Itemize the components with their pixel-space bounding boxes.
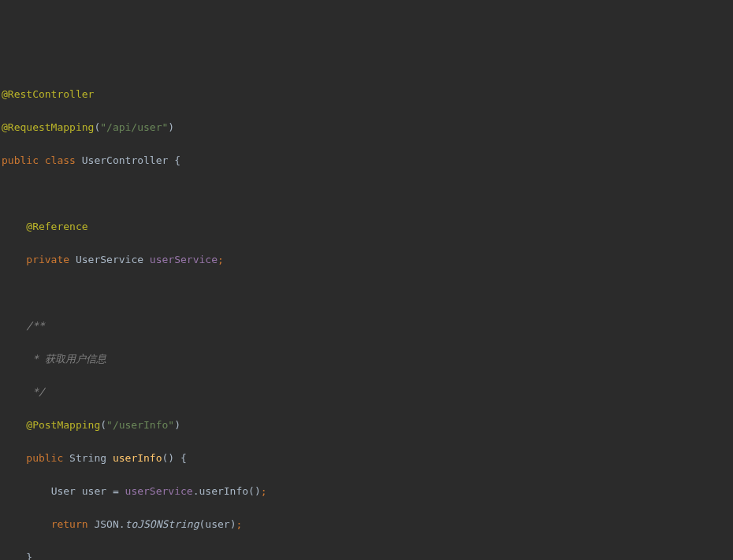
paren: ) [168, 121, 174, 133]
code-line[interactable]: private UserService userService; [0, 251, 733, 268]
comment: * 获取用户信息 [26, 353, 106, 365]
paren: ) [174, 419, 180, 431]
brace: } [26, 551, 32, 560]
code-line[interactable]: public class UserController { [0, 152, 733, 169]
annotation: @RequestMapping [2, 121, 94, 133]
type: UserService [76, 254, 143, 265]
brace: { [174, 154, 180, 166]
dot: . [119, 518, 125, 530]
class-name: UserController [82, 154, 169, 166]
code-line[interactable]: @RestController [0, 86, 733, 102]
code-line[interactable]: User user = userService.userInfo(); [0, 483, 733, 499]
semicolon: ; [236, 518, 242, 530]
method-name: userInfo [113, 452, 162, 464]
annotation: @Reference [26, 221, 87, 232]
keyword: public [26, 452, 63, 464]
code-line[interactable]: * 获取用户信息 [0, 350, 733, 367]
paren: () [248, 485, 261, 497]
type: User [51, 485, 76, 497]
method-call: userInfo [199, 485, 248, 497]
code-line[interactable]: } [0, 549, 733, 560]
code-line[interactable]: @PostMapping("/userInfo") [0, 417, 733, 433]
field-name: userService [150, 254, 218, 265]
semicolon: ; [218, 254, 224, 265]
annotation: @RestController [2, 88, 94, 100]
field-ref: userService [125, 485, 193, 497]
annotation: @PostMapping [26, 419, 100, 431]
paren: () [162, 452, 175, 464]
string-literal: "/api/user" [100, 121, 168, 133]
string-literal: "/userInfo" [106, 419, 174, 431]
static-method: toJSONString [125, 518, 199, 530]
semicolon: ; [261, 485, 267, 497]
argument: user [205, 518, 229, 530]
code-line[interactable] [0, 185, 733, 202]
paren: ( [100, 419, 106, 431]
code-line[interactable] [0, 284, 733, 301]
keyword: return [51, 518, 88, 530]
comment: */ [26, 386, 44, 398]
variable: user [82, 485, 106, 497]
keyword: public [2, 154, 39, 166]
type: String [69, 452, 106, 464]
brace: { [180, 452, 187, 464]
code-editor[interactable]: @RestController @RequestMapping("/api/us… [0, 66, 733, 560]
code-line[interactable]: @RequestMapping("/api/user") [0, 119, 733, 135]
code-line[interactable]: */ [0, 384, 733, 400]
comment: /** [26, 320, 44, 332]
keyword: class [45, 154, 76, 166]
code-line[interactable]: return JSON.toJSONString(user); [0, 516, 733, 532]
operator: = [113, 485, 119, 497]
code-line[interactable]: public String userInfo() { [0, 450, 733, 466]
class-ref: JSON [94, 518, 118, 530]
code-line[interactable]: @Reference [0, 218, 733, 235]
code-line[interactable]: /** [0, 317, 733, 334]
keyword: private [26, 254, 69, 265]
